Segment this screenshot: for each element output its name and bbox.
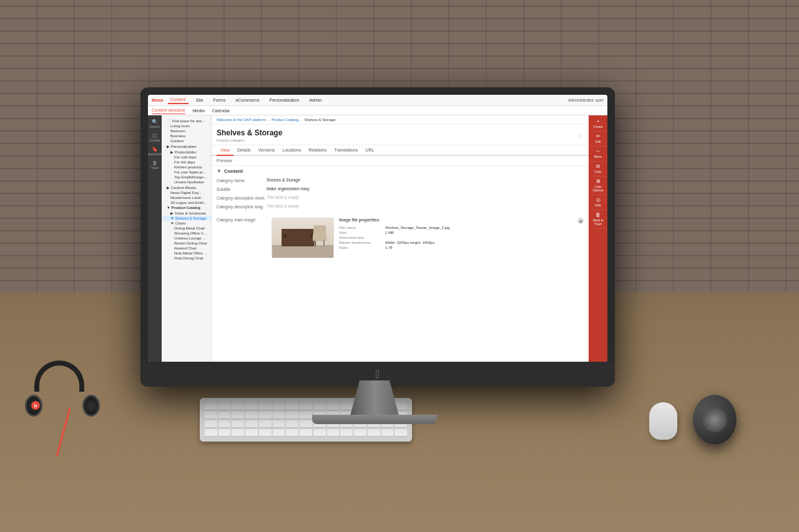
bookmarks-icon: 🔖: [152, 147, 158, 152]
tree-item[interactable]: Mustermann Land...: [162, 195, 211, 200]
filename-value: Shelves_Storage_Teaser_Image_2.jpg: [385, 226, 449, 230]
tab-details[interactable]: Details: [233, 145, 254, 156]
field-subtitle: Subtitle: Make organization easy: [217, 186, 584, 191]
tree-item[interactable]: Nola Metal Office C...: [162, 251, 211, 256]
tree-item[interactable]: For your Apple prod...: [162, 170, 211, 175]
nav-content[interactable]: Content: [168, 96, 189, 104]
send-to-trash-icon: 🗑: [596, 213, 600, 218]
breadcrumb-catalog[interactable]: Product Catalog: [272, 118, 298, 122]
tree-item[interactable]: Living room: [162, 123, 211, 128]
tab-url[interactable]: URL: [361, 145, 378, 156]
tree-item-shelves-storage[interactable]: ▼ Shelves & Storage: [162, 216, 211, 221]
tree-item[interactable]: Dining Metal Chair: [162, 226, 211, 231]
screen: ibexa Content Site Forms eCommerce Perso…: [148, 95, 607, 362]
move-icon: ↔: [596, 149, 600, 154]
nav-admin[interactable]: Admin: [306, 97, 324, 104]
tree-item[interactable]: ▼ Chairs: [162, 221, 211, 226]
send-to-trash-button[interactable]: 🗑 Send to Trash: [589, 210, 607, 229]
headphones-decoration: b: [25, 360, 106, 417]
tab-versions[interactable]: Versions: [254, 145, 278, 156]
chair: [313, 228, 328, 246]
sidebar-item-content[interactable]: ◫ Content: [149, 132, 161, 144]
tree-item[interactable]: ▶ Sofas & Sectionals: [162, 210, 211, 216]
subnav-content-structure[interactable]: Content structure: [152, 107, 185, 114]
tree-item[interactable]: ▶ Productslider: [162, 149, 211, 155]
speaker-decoration: [693, 395, 737, 445]
monitor-stand-base: [312, 415, 437, 424]
tree-item[interactable]: Outdoor: [162, 138, 211, 143]
tree-item[interactable]: Bedroom: [162, 128, 211, 133]
search-icon: 🔍: [152, 120, 158, 125]
tree-item[interactable]: Ibexa Digital Exp...: [162, 190, 211, 195]
image-ratio-row: Ratio: 1.78: [339, 246, 584, 249]
tree-sidebar[interactable]: 📄 Find place for wor... Living room Bedr…: [162, 115, 212, 362]
tab-view[interactable]: View: [217, 145, 233, 156]
image-alt-row: Alternative text:: [339, 236, 584, 239]
tree-item[interactable]: Top-Empfehlungen...: [162, 175, 211, 180]
hide-label: Hide: [595, 203, 601, 207]
size-value: 1 MB: [385, 231, 394, 235]
apple-logo: : [371, 368, 384, 380]
tree-item[interactable]: 3D-Logos und Emble...: [162, 200, 211, 205]
tree-item[interactable]: Kitchen products: [162, 165, 211, 170]
sidebar-content-label: Content: [149, 138, 160, 142]
subnav-calendar[interactable]: Calendar: [212, 107, 230, 114]
edit-button[interactable]: ✏ Edit: [589, 132, 607, 147]
sidebar-item-search[interactable]: 🔍 Search: [149, 118, 161, 130]
image-preview[interactable]: [272, 218, 334, 258]
field-value-category-name: Shelves & Storage: [267, 178, 584, 182]
tree-item[interactable]: Shearing Office Ch...: [162, 231, 211, 236]
tab-translations[interactable]: Translations: [330, 145, 361, 156]
hide-icon: ◎: [596, 198, 600, 203]
tab-relations[interactable]: Relations: [305, 145, 330, 156]
breadcrumb-home[interactable]: Welcome to the DXP platform: [217, 118, 266, 122]
section-title: Content: [224, 168, 243, 174]
content-section: ▼ Content Category name: Shelves & Stora…: [212, 166, 589, 215]
breadcrumb-current: Shelves & Storage: [305, 118, 336, 122]
copy-subtree-button[interactable]: ⊞ Copy Subtree: [589, 177, 607, 195]
tree-item[interactable]: For hot days: [162, 160, 211, 165]
nav-ecommerce[interactable]: eCommerce: [233, 97, 262, 104]
ratio-label: Ratio:: [339, 246, 383, 249]
content-icon: ◫: [152, 133, 157, 138]
image-edit-button[interactable]: ⊙: [577, 218, 584, 224]
tree-item[interactable]: Chelsea Lounge Ch...: [162, 236, 211, 241]
move-button[interactable]: ↔ Move: [589, 147, 607, 162]
edit-label: Edit: [596, 140, 601, 143]
admin-user-label: Administrator user: [568, 98, 604, 102]
tree-item[interactable]: Atwood Chair: [162, 246, 211, 251]
create-label: Create: [593, 125, 602, 128]
field-label: Subtitle:: [217, 186, 267, 191]
tree-item[interactable]: ▶ Content-Blocks: [162, 185, 211, 190]
sidebar-item-bookmarks[interactable]: 🔖 Bookmarks: [149, 145, 161, 158]
tree-item[interactable]: Pratt Dining Chair: [162, 256, 211, 261]
preview-label: Preview: [217, 158, 232, 163]
tree-item[interactable]: For cold days: [162, 155, 211, 160]
dimensions-value: Width: 3200px height: 1800px: [385, 241, 434, 244]
subnav-media[interactable]: Media: [193, 107, 205, 114]
tree-item[interactable]: ▶ Personalization: [162, 143, 211, 149]
action-bar: + Create ✏ Edit ↔ Move ⧉ Copy: [589, 115, 607, 362]
copy-button[interactable]: ⧉ Copy: [589, 162, 607, 177]
page-title: Shelves & Storage: [217, 128, 282, 137]
create-button[interactable]: + Create: [589, 117, 607, 132]
nav-forms[interactable]: Forms: [211, 97, 228, 104]
tree-item[interactable]: ▼ Product Catalog: [162, 205, 211, 210]
nav-personalization[interactable]: Personalization: [267, 97, 302, 104]
tree-item[interactable]: Business: [162, 133, 211, 138]
tree-item[interactable]: Unsere Neuheiten: [162, 180, 211, 185]
tab-bar: View Details Versions Locations Relation…: [212, 145, 589, 156]
image-info: Image file properties: ⊙ File name: Shel…: [339, 218, 584, 251]
screen-bezel: ibexa Content Site Forms eCommerce Perso…: [148, 95, 607, 362]
sidebar-item-trash[interactable]: 🗑 Trash: [149, 159, 161, 172]
hide-button[interactable]: ◎ Hide: [589, 195, 607, 210]
page-header: Shelves & Storage Product category ☆: [212, 125, 589, 145]
nav-site[interactable]: Site: [194, 97, 206, 104]
image-size-row: Size: 1 MB: [339, 231, 584, 235]
favorite-button[interactable]: ☆: [578, 132, 584, 139]
tree-item[interactable]: 📄 Find place for wor...: [162, 118, 211, 123]
tree-item[interactable]: Bucket Dining Chair: [162, 241, 211, 246]
tab-locations[interactable]: Locations: [278, 145, 305, 156]
alt-label: Alternative text:: [339, 236, 383, 239]
section-toggle[interactable]: ▼: [217, 168, 222, 174]
